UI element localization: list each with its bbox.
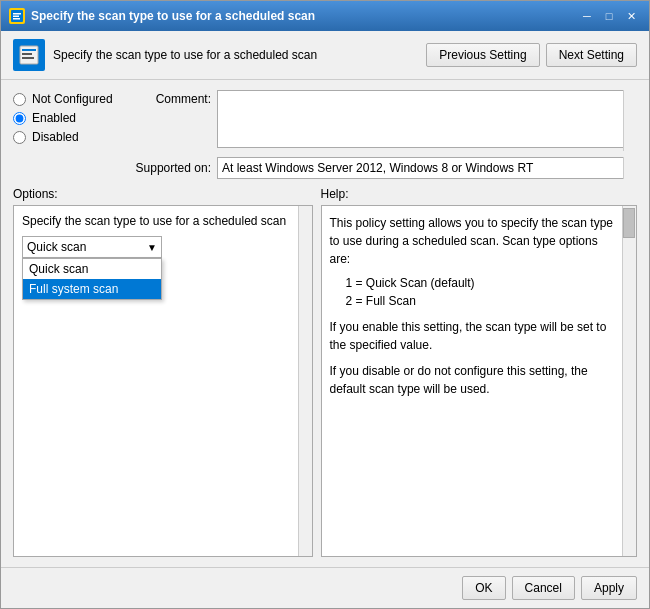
apply-button[interactable]: Apply [581,576,637,600]
dropdown-selected[interactable]: Quick scan ▼ [22,236,162,258]
radio-disabled-row: Disabled [13,130,133,144]
help-scrollbar-thumb [623,208,635,238]
svg-rect-6 [22,53,32,55]
window-icon [9,8,25,24]
dropdown-item-quick-scan[interactable]: Quick scan [23,259,161,279]
comment-label: Comment: [133,90,211,106]
not-configured-label[interactable]: Not Configured [32,92,113,106]
header-buttons: Previous Setting Next Setting [426,43,637,67]
previous-setting-button[interactable]: Previous Setting [426,43,539,67]
header-icon [13,39,45,71]
comment-textarea[interactable] [217,90,627,148]
options-box: Specify the scan type to use for a sched… [13,205,313,557]
help-option1: 1 = Quick Scan (default) [346,274,618,292]
minimize-button[interactable]: ─ [577,7,597,25]
disabled-label[interactable]: Disabled [32,130,79,144]
comment-field-wrapper [217,90,637,151]
options-help-section: Options: Help: Specify the scan type to … [13,187,637,557]
header-bar: Specify the scan type to use for a sched… [1,31,649,80]
title-bar: Specify the scan type to use for a sched… [1,1,649,31]
supported-scrollbar [623,157,637,179]
panel-headers: Options: Help: [13,187,637,201]
main-window: Specify the scan type to use for a sched… [0,0,650,609]
help-box: This policy setting allows you to specif… [321,205,637,557]
dropdown-container: Quick scan ▼ Quick scan Full system scan [22,236,162,258]
help-header: Help: [321,187,637,201]
title-bar-controls: ─ □ ✕ [577,7,641,25]
enabled-radio[interactable] [13,112,26,125]
radio-group: Not Configured Enabled Disabled [13,90,133,179]
svg-rect-2 [13,16,19,18]
title-bar-left: Specify the scan type to use for a sched… [9,8,315,24]
window-title: Specify the scan type to use for a sched… [31,9,315,23]
supported-field-wrapper: At least Windows Server 2012, Windows 8 … [217,157,637,179]
cancel-button[interactable]: Cancel [512,576,575,600]
svg-rect-3 [13,18,20,20]
maximize-button[interactable]: □ [599,7,619,25]
radio-not-configured-row: Not Configured [13,92,133,106]
options-dropdown-label: Specify the scan type to use for a sched… [22,214,304,228]
dropdown-selected-text: Quick scan [27,240,86,254]
svg-rect-1 [13,13,21,15]
fields-section: Comment: Supported on: At least Windows … [133,90,637,179]
help-option2: 2 = Full Scan [346,292,618,310]
help-para1: This policy setting allows you to specif… [330,214,618,268]
radio-enabled-row: Enabled [13,111,133,125]
content-area: Not Configured Enabled Disabled Comment: [1,80,649,567]
top-section: Not Configured Enabled Disabled Comment: [13,90,637,179]
not-configured-radio[interactable] [13,93,26,106]
next-setting-button[interactable]: Next Setting [546,43,637,67]
header-left: Specify the scan type to use for a sched… [13,39,317,71]
comment-scrollbar [623,90,637,151]
disabled-radio[interactable] [13,131,26,144]
close-button[interactable]: ✕ [621,7,641,25]
help-para3: If you disable or do not configure this … [330,362,618,398]
svg-rect-7 [22,57,34,59]
header-title: Specify the scan type to use for a sched… [53,48,317,62]
supported-value: At least Windows Server 2012, Windows 8 … [217,157,627,179]
dropdown-list: Quick scan Full system scan [22,258,162,300]
panels-body: Specify the scan type to use for a sched… [13,205,637,557]
ok-button[interactable]: OK [462,576,505,600]
enabled-label[interactable]: Enabled [32,111,76,125]
help-label: Help: [321,187,349,201]
svg-rect-5 [22,49,36,51]
supported-label: Supported on: [133,161,211,175]
options-scrollbar [298,206,312,556]
dropdown-arrow-icon: ▼ [147,242,157,253]
help-para2: If you enable this setting, the scan typ… [330,318,618,354]
comment-row: Comment: [133,90,637,151]
supported-row: Supported on: At least Windows Server 20… [133,157,637,179]
help-scrollbar [622,206,636,556]
footer: OK Cancel Apply [1,567,649,608]
options-label: Options: [13,187,58,201]
options-header: Options: [13,187,313,201]
dropdown-item-full-system-scan[interactable]: Full system scan [23,279,161,299]
